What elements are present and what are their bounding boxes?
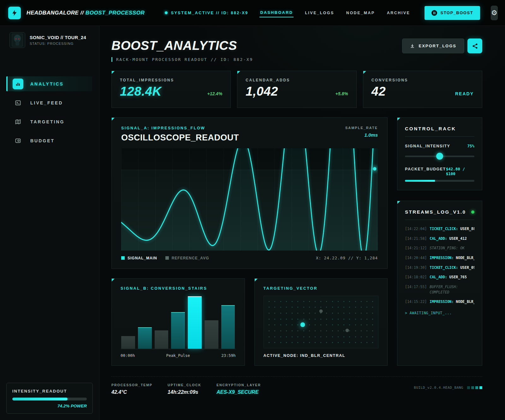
grid-dot <box>343 301 344 302</box>
legend-item-signal-main: SIGNAL_MAIN <box>121 256 157 260</box>
user-card[interactable]: SONIC_VOID // TOUR_24 STATUS: PROCESSING <box>0 32 99 48</box>
stop-boost-button[interactable]: STOP_BOOST <box>425 6 480 20</box>
grid-dot <box>303 330 304 331</box>
log-list: [14:22:04]TICKET_CLICK: USER_882[14:21:5… <box>405 226 474 309</box>
grid-dot <box>269 307 270 308</box>
grid-dot <box>366 336 367 337</box>
grid-dot <box>292 324 293 325</box>
bar[interactable] <box>171 312 185 349</box>
bar[interactable] <box>155 330 169 349</box>
grid-dot <box>355 336 356 337</box>
share-button[interactable] <box>467 38 482 53</box>
stat-card-conversions: CONVERSIONS42READY <box>363 71 482 108</box>
log-timestamp: [14:20:44] <box>405 255 427 261</box>
grid-dot <box>372 313 373 314</box>
slider-thumb[interactable] <box>436 153 443 160</box>
grid-dot <box>355 319 356 320</box>
grid-dot <box>315 336 316 337</box>
nav-item-dashboard[interactable]: DASHBOARD <box>259 9 294 17</box>
grid-dot <box>320 319 321 320</box>
settings-button[interactable]: ⚙ <box>491 6 498 20</box>
log-timestamp: [14:15:22] <box>405 299 427 305</box>
grid-dot <box>326 301 327 302</box>
grid-dot <box>315 319 316 320</box>
waveform-svg <box>121 148 378 251</box>
streams-log-panel: STREAMS_LOG_V1.0 [14:22:04]TICKET_CLICK:… <box>397 201 482 366</box>
grid-dot <box>338 319 339 320</box>
grid-dot <box>332 301 333 302</box>
log-entry: [14:17:55]BUFFER_FLUSH: COMPLETED <box>405 284 474 295</box>
grid-dot <box>274 319 275 320</box>
bar[interactable] <box>138 327 152 349</box>
sidebar-item-budget[interactable]: BUDGET <box>6 133 92 148</box>
log-timestamp: [14:21:58] <box>405 236 427 241</box>
grid-dot <box>274 301 275 302</box>
grid-dot <box>372 319 373 320</box>
inactive-node-dot[interactable] <box>346 328 349 332</box>
stat-value: 128.4K <box>120 85 162 98</box>
grid-dot <box>280 301 281 302</box>
nav-item-archive[interactable]: ARCHIVE <box>386 9 411 17</box>
lightning-icon <box>11 10 18 16</box>
sample-rate-value: 1.0ms <box>345 132 378 138</box>
grid-dot <box>286 324 287 325</box>
grid-dot <box>297 301 298 302</box>
app-logo[interactable] <box>8 7 21 19</box>
grid-dot <box>349 301 350 302</box>
stat-delta: +12.4% <box>207 91 222 98</box>
right-column: CONTROL_RACK SIGNAL_INTENSITY 75% PACKET… <box>397 117 482 366</box>
intensity-progress-fill <box>12 398 68 400</box>
stop-boost-label: STOP_BOOST <box>440 10 473 15</box>
bar-highlight[interactable] <box>188 296 202 349</box>
grid-dot <box>349 330 350 331</box>
grid-dot <box>366 307 367 308</box>
oscilloscope-screen[interactable] <box>121 148 378 251</box>
oscilloscope-titles: SIGNAL_A: IMPRESSIONS_FLOW OSCILLOSCOPE_… <box>121 126 239 143</box>
grid-dot <box>286 319 287 320</box>
sidebar-item-targeting[interactable]: TARGETING <box>6 114 92 129</box>
nav-item-live-logs[interactable]: LIVE_LOGS <box>304 9 335 17</box>
grid-dot <box>355 324 356 325</box>
grid-dot <box>332 319 333 320</box>
streams-log-header: STREAMS_LOG_V1.0 <box>405 209 474 220</box>
stat-delta: +5.8% <box>336 91 348 98</box>
active-node-dot[interactable] <box>300 322 305 327</box>
log-value: USER_412 <box>449 236 467 241</box>
bar[interactable] <box>121 336 135 349</box>
sidebar-menu: ANALYTICSLIVE_FEEDTARGETINGBUDGET <box>0 76 99 383</box>
export-logs-button[interactable]: EXPORT_LOGS <box>402 38 464 53</box>
sidebar-item-analytics[interactable]: ANALYTICS <box>6 76 92 91</box>
grid-dot <box>292 319 293 320</box>
targeting-dot-map[interactable] <box>264 296 379 348</box>
log-value: USER_765 <box>449 275 467 279</box>
grid-dot <box>309 342 310 343</box>
sample-rate: SAMPLE_RATE 1.0ms <box>345 126 378 143</box>
signal-intensity-label: SIGNAL_INTENSITY <box>405 144 450 148</box>
user-info: SONIC_VOID // TOUR_24 STATUS: PROCESSING <box>30 35 86 45</box>
signal-square <box>479 386 482 389</box>
grid-dot <box>361 330 362 331</box>
nav-item-node-map[interactable]: NODE_MAP <box>346 9 376 17</box>
bar[interactable] <box>221 305 235 349</box>
sidebar-item-live-feed[interactable]: LIVE_FEED <box>6 95 92 110</box>
grid-dot <box>343 313 344 314</box>
signal-intensity-slider[interactable] <box>405 153 474 160</box>
grid-dot <box>286 342 287 343</box>
grid-dot <box>338 301 339 302</box>
packet-budget-bar[interactable] <box>405 180 474 182</box>
log-value: NODE_BLR_02 <box>456 299 474 304</box>
brand-primary: HEADBANGALORE // <box>27 10 84 16</box>
log-message: CAL_ADD: USER_412 <box>430 236 467 241</box>
inactive-node-dot[interactable] <box>319 309 323 313</box>
grid-dot <box>309 301 310 302</box>
bar[interactable] <box>205 320 218 349</box>
bar-chart[interactable] <box>121 296 236 349</box>
grid-dot <box>326 319 327 320</box>
intensity-readout-box: INTENSITY_READOUT 74.2% POWER <box>6 383 93 414</box>
grid-dot <box>280 330 281 331</box>
conversion-stairs-panel: SIGNAL_B: CONVERSION_STAIRS 00:00hPeak_P… <box>111 278 245 366</box>
grid-dot <box>269 342 270 343</box>
xy-readout: X: 24.22.09 // Y: 1,284 <box>316 256 378 260</box>
footer-value: 14h:22m:09s <box>168 389 201 395</box>
grid-dot <box>355 307 356 308</box>
